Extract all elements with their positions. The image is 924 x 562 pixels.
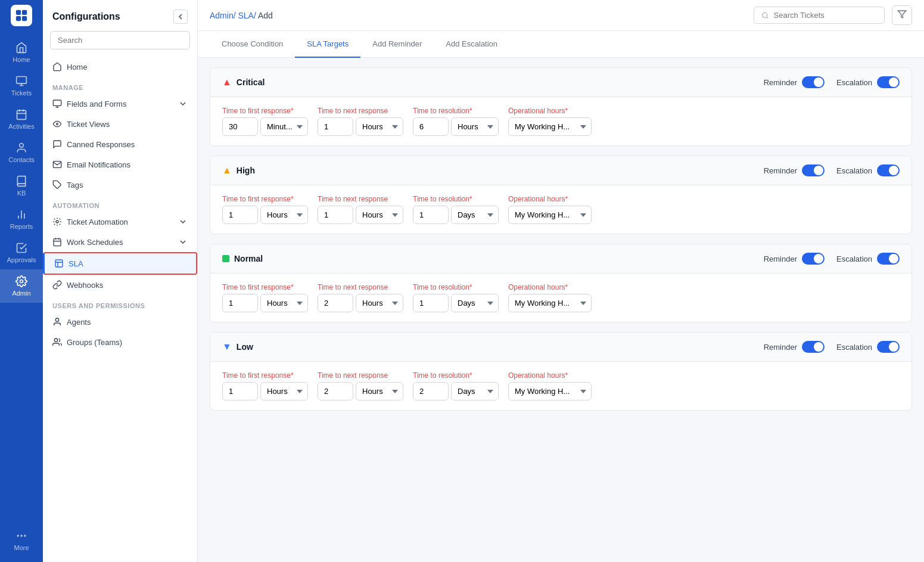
- high-resolution-value[interactable]: [413, 206, 449, 224]
- normal-icon: [222, 255, 229, 262]
- sidebar-item-email-notifications[interactable]: Email Notifications: [43, 154, 197, 175]
- critical-resolution-value[interactable]: [413, 117, 449, 136]
- nav-kb[interactable]: KB: [0, 169, 43, 203]
- nav-reports[interactable]: Reports: [0, 203, 43, 236]
- high-next-response-value[interactable]: [318, 206, 353, 224]
- critical-next-response-label: Time to next response: [318, 107, 403, 115]
- high-resolution-unit[interactable]: Days: [451, 206, 499, 224]
- low-resolution-unit[interactable]: Days: [451, 382, 499, 400]
- normal-next-response-value[interactable]: [318, 294, 353, 312]
- normal-escalation-toggle-group: Escalation: [836, 253, 900, 265]
- normal-resolution-unit[interactable]: Days: [451, 294, 499, 312]
- priority-low-label: ▼ Low: [222, 341, 253, 352]
- sidebar-item-work-schedules[interactable]: Work Schedules: [43, 232, 197, 252]
- high-first-response-group: Time to first response* Hours: [222, 195, 308, 224]
- sidebar-item-tags[interactable]: Tags: [43, 175, 197, 195]
- sidebar-item-canned-responses[interactable]: Canned Responses: [43, 134, 197, 154]
- sidebar-item-fields-forms[interactable]: Fields and Forms: [43, 94, 197, 114]
- svg-point-20: [57, 123, 58, 125]
- normal-next-response-unit[interactable]: Hours: [356, 294, 403, 312]
- nav-admin[interactable]: Admin: [0, 269, 43, 303]
- low-escalation-toggle[interactable]: [877, 341, 900, 353]
- sidebar: Configurations Home MANAGE Fields and Fo…: [43, 0, 198, 562]
- search-tickets-input[interactable]: [774, 11, 877, 20]
- left-navigation: Home Tickets Activities Contacts KB Repo…: [0, 0, 43, 562]
- nav-contacts[interactable]: Contacts: [0, 136, 43, 169]
- normal-reminder-toggle[interactable]: [802, 253, 825, 265]
- high-operational-hours-select[interactable]: My Working H...: [508, 206, 592, 224]
- tab-add-escalation[interactable]: Add Escalation: [434, 31, 509, 58]
- nav-more[interactable]: More: [0, 524, 43, 557]
- low-reminder-toggle[interactable]: [802, 341, 825, 353]
- high-next-response-unit[interactable]: Hours: [356, 206, 403, 224]
- sidebar-collapse-button[interactable]: [173, 10, 188, 24]
- breadcrumb: Admin/ SLA/ Add: [210, 11, 746, 20]
- high-reminder-toggle[interactable]: [802, 164, 825, 176]
- sidebar-item-home[interactable]: Home: [43, 57, 197, 77]
- sidebar-header: Configurations: [43, 0, 197, 31]
- priority-card-normal: Normal Reminder Escalation: [210, 244, 912, 322]
- sidebar-item-ticket-automation[interactable]: Ticket Automation: [43, 212, 197, 232]
- priority-card-critical: ▲ Critical Reminder Escalation: [210, 67, 912, 146]
- priority-high-body: Time to first response* Hours: [210, 185, 911, 234]
- sidebar-search-input[interactable]: [50, 31, 190, 49]
- nav-approvals[interactable]: Approvals: [0, 236, 43, 269]
- content-area: Choose Condition SLA Targets Add Reminde…: [198, 31, 924, 562]
- nav-tickets[interactable]: Tickets: [0, 69, 43, 103]
- sidebar-item-ticket-views[interactable]: Ticket Views: [43, 114, 197, 134]
- critical-first-response-value[interactable]: [222, 117, 258, 136]
- critical-operational-hours-label: Operational hours*: [508, 107, 592, 115]
- low-next-response-value[interactable]: [318, 382, 353, 400]
- sidebar-item-agents[interactable]: Agents: [43, 312, 197, 332]
- low-operational-hours-select[interactable]: My Working H...: [508, 382, 592, 400]
- critical-reminder-toggle[interactable]: [802, 76, 825, 88]
- normal-first-response-unit[interactable]: Hours: [260, 294, 308, 312]
- svg-rect-3: [22, 16, 27, 21]
- critical-resolution-label: Time to resolution*: [413, 107, 499, 115]
- critical-next-response-value[interactable]: [318, 117, 353, 136]
- tab-choose-condition[interactable]: Choose Condition: [210, 31, 295, 58]
- sidebar-item-webhooks[interactable]: Webhooks: [43, 275, 197, 295]
- svg-rect-4: [17, 77, 27, 84]
- main-content: Admin/ SLA/ Add Choose Condition SLA Tar…: [198, 0, 924, 562]
- nav-home[interactable]: Home: [0, 36, 43, 69]
- low-next-response-unit[interactable]: Hours: [356, 382, 403, 400]
- tabs-bar: Choose Condition SLA Targets Add Reminde…: [198, 31, 924, 58]
- sla-content: ▲ Critical Reminder Escalation: [198, 58, 924, 420]
- critical-operational-hours-select[interactable]: My Working H...: [508, 117, 592, 136]
- low-first-response-unit[interactable]: Hours: [260, 382, 308, 400]
- low-escalation-toggle-group: Escalation: [836, 341, 900, 353]
- normal-fields-row: Time to first response* Hours: [222, 283, 900, 312]
- critical-first-response-unit[interactable]: Minut...: [260, 117, 308, 136]
- priority-normal-body: Time to first response* Hours: [210, 274, 911, 322]
- critical-resolution-unit[interactable]: Hours: [451, 117, 499, 136]
- normal-resolution-value[interactable]: [413, 294, 449, 312]
- critical-operational-hours-group: Operational hours* My Working H...: [508, 107, 592, 136]
- tab-sla-targets[interactable]: SLA Targets: [295, 31, 360, 58]
- priority-normal-header: Normal Reminder Escalation: [210, 244, 911, 274]
- low-first-response-value[interactable]: [222, 382, 258, 400]
- nav-activities[interactable]: Activities: [0, 103, 43, 136]
- low-resolution-value[interactable]: [413, 382, 449, 400]
- high-first-response-unit[interactable]: Hours: [260, 206, 308, 224]
- critical-next-response-unit[interactable]: Hours: [356, 117, 403, 136]
- normal-escalation-toggle[interactable]: [877, 253, 900, 265]
- svg-point-30: [763, 13, 767, 17]
- svg-point-28: [55, 318, 58, 321]
- high-icon: ▲: [222, 165, 232, 176]
- sidebar-item-sla[interactable]: SLA: [43, 252, 197, 275]
- normal-reminder-toggle-group: Reminder: [764, 253, 825, 265]
- priority-low-header: ▼ Low Reminder Escalation: [210, 333, 911, 362]
- svg-rect-27: [55, 260, 63, 267]
- high-operational-hours-group: Operational hours* My Working H...: [508, 195, 592, 224]
- normal-first-response-value[interactable]: [222, 294, 258, 312]
- critical-escalation-toggle[interactable]: [877, 76, 900, 88]
- high-first-response-value[interactable]: [222, 206, 258, 224]
- normal-operational-hours-select[interactable]: My Working H...: [508, 294, 592, 312]
- filter-icon: [897, 10, 907, 19]
- tab-add-reminder[interactable]: Add Reminder: [360, 31, 434, 58]
- high-escalation-toggle[interactable]: [877, 164, 900, 176]
- sidebar-item-groups-teams[interactable]: Groups (Teams): [43, 332, 197, 352]
- filter-button[interactable]: [892, 5, 912, 25]
- svg-rect-0: [16, 10, 21, 15]
